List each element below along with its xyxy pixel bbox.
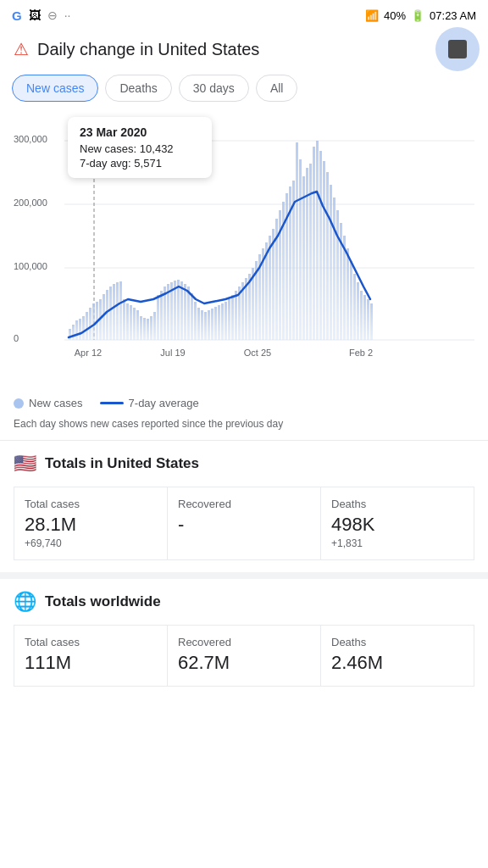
usa-stat-total-cases-label: Total cases [25, 498, 157, 510]
usa-flag-icon: 🇺🇸 [14, 453, 36, 475]
battery-percent: 40% [384, 9, 406, 22]
usa-stat-deaths: Deaths 498K +1,831 [321, 487, 474, 560]
svg-rect-32 [147, 319, 149, 340]
svg-rect-27 [130, 305, 132, 340]
svg-rect-46 [194, 302, 197, 340]
legend-new-cases: New cases [14, 397, 83, 409]
fab-button-inner [448, 40, 467, 58]
svg-rect-45 [191, 293, 193, 340]
status-bar-right: 📶 40% 🔋 07:23 AM [365, 9, 476, 22]
svg-rect-93 [353, 274, 356, 340]
usa-totals-title: Totals in United States [45, 455, 199, 472]
legend-new-cases-label: New cases [29, 397, 83, 409]
svg-rect-31 [143, 318, 146, 340]
warning-icon: ⚠ [14, 39, 29, 59]
usa-totals-section: 🇺🇸 Totals in United States Total cases 2… [0, 441, 488, 560]
world-stat-deaths-label: Deaths [331, 636, 463, 648]
header: ⚠ Daily change in United States [0, 31, 488, 68]
svg-rect-35 [157, 295, 159, 340]
svg-rect-76 [296, 142, 298, 340]
svg-rect-87 [333, 198, 336, 340]
tab-new-cases[interactable]: New cases [12, 75, 98, 102]
svg-rect-95 [360, 291, 363, 340]
svg-rect-30 [140, 316, 142, 340]
svg-rect-14 [86, 312, 88, 340]
svg-text:100,000: 100,000 [14, 261, 47, 271]
fab-button[interactable] [435, 27, 480, 71]
tooltip-avg: 7-day avg: 5,571 [80, 157, 200, 170]
wifi-icon: 📶 [365, 9, 379, 22]
usa-stat-deaths-value: 498K [331, 514, 463, 536]
world-stat-deaths-value: 2.46M [331, 652, 463, 674]
status-bar: G 🖼 ⊖ ·· 📶 40% 🔋 07:23 AM [0, 0, 488, 31]
svg-rect-86 [330, 185, 332, 340]
usa-stat-recovered-value: - [178, 514, 310, 536]
svg-text:300,000: 300,000 [14, 134, 47, 144]
svg-rect-20 [106, 290, 108, 340]
svg-rect-21 [109, 287, 112, 340]
worldwide-totals-header: 🌐 Totals worldwide [14, 591, 474, 613]
world-stat-total-cases-label: Total cases [25, 636, 157, 648]
svg-rect-84 [323, 161, 325, 340]
svg-text:Jul 19: Jul 19 [160, 348, 185, 358]
svg-rect-26 [126, 303, 129, 340]
svg-rect-24 [119, 281, 122, 340]
world-stat-deaths: Deaths 2.46M [321, 626, 474, 687]
dots-icon: ·· [64, 8, 71, 22]
usa-stat-total-cases-value: 28.1M [25, 514, 157, 536]
world-stat-total-cases-value: 111M [25, 652, 157, 674]
svg-rect-98 [370, 303, 373, 340]
svg-rect-15 [89, 308, 92, 340]
tab-deaths[interactable]: Deaths [105, 75, 171, 102]
svg-rect-55 [225, 302, 227, 340]
svg-rect-16 [92, 303, 95, 340]
chart-tooltip: 23 Mar 2020 New cases: 10,432 7-day avg:… [68, 117, 212, 178]
photos-icon: 🖼 [29, 8, 41, 22]
svg-text:200,000: 200,000 [14, 198, 47, 208]
svg-rect-47 [197, 308, 200, 340]
worldwide-totals-section: 🌐 Totals worldwide Total cases 111M Reco… [0, 579, 488, 698]
menu-icon: ⊖ [47, 8, 58, 22]
svg-rect-28 [133, 308, 136, 340]
svg-rect-52 [214, 307, 217, 340]
svg-rect-53 [218, 305, 220, 340]
usa-stat-recovered-label: Recovered [178, 498, 310, 510]
world-stat-recovered-label: Recovered [178, 636, 310, 648]
tab-all[interactable]: All [256, 75, 298, 102]
tab-30days[interactable]: 30 days [179, 75, 249, 102]
worldwide-totals-title: Totals worldwide [45, 593, 161, 610]
svg-rect-10 [72, 325, 75, 340]
legend-dot-icon [14, 398, 24, 409]
svg-rect-49 [204, 312, 207, 340]
usa-stat-deaths-delta: +1,831 [331, 537, 463, 549]
world-stats-grid: Total cases 111M Recovered 62.7M Deaths … [14, 625, 474, 687]
usa-totals-header: 🇺🇸 Totals in United States [14, 453, 474, 475]
svg-rect-23 [116, 282, 119, 340]
tooltip-cases: New cases: 10,432 [80, 142, 200, 155]
svg-rect-80 [309, 164, 312, 340]
svg-rect-81 [313, 147, 315, 340]
svg-rect-48 [201, 310, 203, 340]
svg-rect-50 [208, 310, 210, 340]
svg-rect-22 [113, 284, 115, 340]
status-bar-left: G 🖼 ⊖ ·· [12, 8, 70, 23]
page-title: Daily change in United States [37, 40, 474, 59]
svg-rect-42 [180, 281, 183, 340]
world-stat-recovered-value: 62.7M [178, 652, 310, 674]
chart-container: 23 Mar 2020 New cases: 10,432 7-day avg:… [0, 108, 488, 388]
svg-rect-88 [336, 210, 339, 340]
svg-rect-44 [187, 287, 190, 340]
svg-rect-12 [79, 319, 81, 340]
svg-rect-96 [363, 295, 366, 340]
svg-rect-33 [150, 316, 152, 340]
tooltip-date: 23 Mar 2020 [80, 125, 200, 139]
svg-rect-34 [153, 312, 156, 340]
svg-rect-25 [123, 299, 125, 340]
svg-rect-91 [347, 248, 349, 340]
world-stat-recovered: Recovered 62.7M [168, 626, 321, 687]
svg-rect-92 [350, 261, 352, 340]
svg-text:0: 0 [14, 333, 19, 343]
svg-rect-82 [316, 141, 319, 340]
section-divider [0, 572, 488, 579]
svg-rect-79 [306, 168, 308, 340]
